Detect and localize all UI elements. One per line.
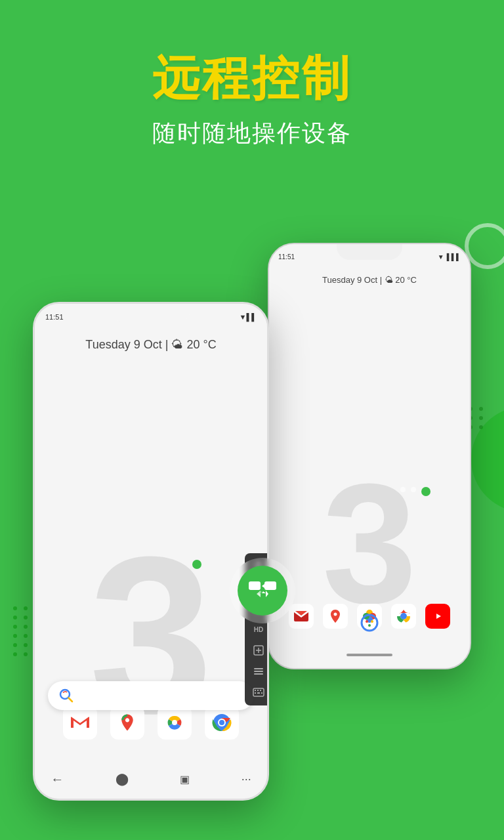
- control-hd: HD: [249, 621, 268, 637]
- status-right-back: ▼ ▌▌▌: [438, 253, 461, 261]
- transfer-icon-bg: [230, 558, 295, 623]
- wallpaper-number-back: 3: [322, 458, 417, 629]
- transfer-icon-container: [230, 558, 295, 623]
- svg-rect-21: [255, 690, 256, 691]
- svg-rect-22: [257, 690, 259, 691]
- svg-rect-26: [261, 692, 262, 694]
- status-right-front: ▼▌▌: [240, 313, 257, 321]
- svg-rect-19: [254, 673, 263, 675]
- home-nav: ⬤: [116, 772, 129, 786]
- more-nav: ···: [242, 772, 251, 786]
- svg-point-0: [400, 613, 407, 620]
- svg-rect-27: [249, 581, 261, 590]
- svg-rect-17: [254, 668, 263, 669]
- svg-point-5: [368, 624, 371, 627]
- wifi-icon-back: ▌▌▌: [447, 253, 461, 261]
- time-front: 11:51: [45, 313, 64, 321]
- side-button-right: [471, 323, 471, 362]
- volume-button: [33, 369, 34, 422]
- svg-rect-24: [255, 692, 256, 694]
- status-bar-front: 11:51 ▼▌▌: [35, 304, 267, 325]
- title-section: 远程控制 随时随地操作设备: [0, 0, 504, 169]
- chrome-icon-back: [391, 604, 416, 629]
- signal-icon-back: ▼: [438, 253, 444, 261]
- recents-nav: ▣: [180, 773, 190, 786]
- svg-rect-23: [260, 690, 261, 691]
- svg-point-2: [362, 615, 377, 631]
- phones-container: 11:51 ▼ ▌▌▌ Tuesday 9 Oct | 🌤 20 °C 3: [0, 217, 504, 833]
- dots-decoration: [400, 487, 430, 496]
- youtube-icon-back: [425, 604, 450, 629]
- control-settings: [249, 663, 268, 679]
- svg-rect-25: [257, 692, 260, 694]
- back-nav: ←: [51, 772, 64, 787]
- side-button-right-front: [268, 383, 269, 422]
- google-search-bar[interactable]: [48, 681, 254, 710]
- svg-point-10: [219, 720, 224, 725]
- app-icons-row-front: [35, 705, 267, 740]
- transfer-icon-inner: [238, 566, 287, 616]
- sub-title: 随时随地操作设备: [0, 117, 504, 150]
- svg-point-4: [371, 620, 373, 623]
- control-keyboard: [249, 684, 268, 700]
- phone-date-back: Tuesday 9 Oct | 🌤 20 °C: [269, 265, 470, 290]
- page-container: 远程控制 随时随地操作设备 11:51 ▼ ▌▌▌ Tuesday 9 Oct …: [0, 0, 504, 840]
- maps-icon-front: [110, 705, 144, 740]
- svg-rect-18: [254, 671, 263, 672]
- phone-date-front: Tuesday 9 Oct | 🌤 20 °C: [35, 325, 267, 358]
- gmail-icon-front: [63, 705, 97, 740]
- phone-screen-front: 11:51 ▼▌▌ Tuesday 9 Oct | 🌤 20 °C 3: [35, 304, 267, 799]
- nav-bar-front: ← ⬤ ▣ ···: [35, 759, 267, 799]
- phone-screen-back: 11:51 ▼ ▌▌▌ Tuesday 9 Oct | 🌤 20 °C 3: [269, 244, 470, 668]
- control-resolution: [249, 642, 268, 658]
- chrome-icon-front: [205, 705, 239, 740]
- phone-back: 11:51 ▼ ▌▌▌ Tuesday 9 Oct | 🌤 20 °C 3: [268, 243, 471, 669]
- green-dot: [192, 560, 201, 569]
- google-assistant-back: [360, 613, 379, 635]
- photos-icon-front: [158, 705, 192, 740]
- status-bar-back: 11:51 ▼ ▌▌▌: [269, 244, 470, 265]
- svg-point-3: [366, 620, 368, 623]
- svg-rect-6: [71, 716, 89, 729]
- svg-rect-28: [264, 581, 276, 590]
- nav-indicator-back: [346, 654, 392, 656]
- maps-icon-back: [323, 604, 348, 629]
- phone-front: 11:51 ▼▌▌ Tuesday 9 Oct | 🌤 20 °C 3: [33, 302, 269, 801]
- nav-bar-back: [269, 642, 470, 668]
- signal-front: ▼▌▌: [240, 313, 257, 321]
- svg-point-7: [172, 720, 177, 725]
- main-title: 远程控制: [0, 52, 504, 104]
- time-back: 11:51: [278, 253, 295, 261]
